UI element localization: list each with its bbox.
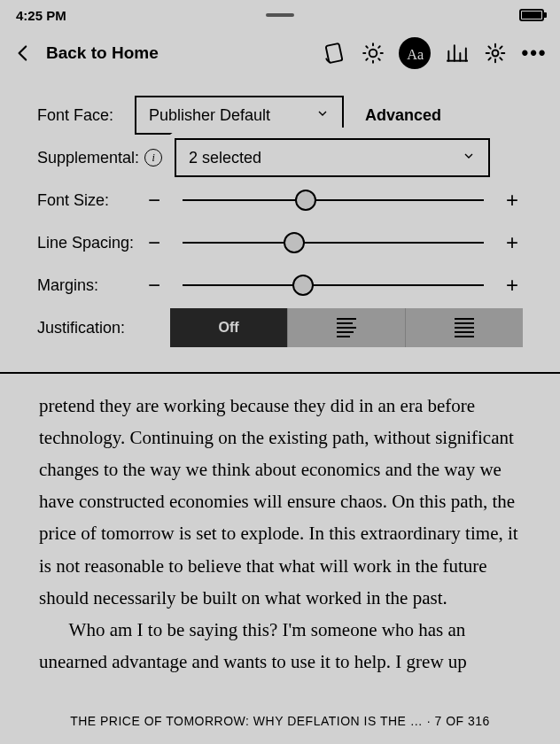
svg-rect-0 [326,43,343,63]
chevron-down-icon [462,149,476,167]
supplemental-value: 2 selected [189,149,261,167]
margins-minus[interactable]: − [144,273,165,298]
justification-segmented: Off [170,308,523,347]
more-icon[interactable]: ••• [521,40,548,66]
font-settings-panel: Font Face: Publisher Default Advanced Su… [0,76,560,374]
margins-plus[interactable]: + [502,273,523,298]
justification-full-button[interactable] [406,308,523,347]
back-arrow-icon[interactable] [12,42,35,65]
info-icon[interactable]: i [144,149,162,167]
align-justify-icon [455,318,474,337]
svg-point-1 [369,50,377,58]
font-face-label: Font Face: [37,106,135,125]
gear-icon[interactable] [482,40,509,66]
paragraph: pretend they are working because they di… [39,390,521,614]
margins-slider[interactable] [183,275,484,296]
justification-left-button[interactable] [287,308,406,347]
justification-label: Justification: [37,319,144,337]
line-spacing-minus[interactable]: − [144,230,165,255]
brightness-icon[interactable] [360,40,386,66]
line-spacing-label: Line Spacing: [37,234,144,252]
justification-off-button[interactable]: Off [170,308,287,347]
line-spacing-plus[interactable]: + [502,230,523,255]
margins-row: Margins: − + [37,264,523,306]
font-size-label: Font Size: [37,191,144,210]
font-size-slider[interactable] [183,190,484,211]
svg-text:Aa: Aa [407,47,424,63]
battery-icon [519,9,544,21]
font-settings-icon[interactable]: Aa [399,37,431,69]
svg-point-3 [493,50,499,57]
line-spacing-row: Line Spacing: − + [37,221,523,264]
page-footer: THE PRICE OF TOMORROW: WHY DEFLATION IS … [0,714,560,728]
paragraph: Who am I to be saying this? I'm someone … [39,614,521,678]
drag-handle[interactable] [266,13,294,17]
back-to-home-label[interactable]: Back to Home [46,43,310,63]
justification-row: Justification: Off [37,306,523,349]
status-bar: 4:25 PM [0,0,560,30]
supplemental-row: Supplemental: i 2 selected [37,136,523,179]
margins-label: Margins: [37,276,144,295]
clock: 4:25 PM [16,8,66,23]
align-left-icon [337,318,356,337]
reader-content[interactable]: pretend they are working because they di… [0,374,560,678]
rotate-icon[interactable] [321,40,347,66]
supplemental-label: Supplemental: [37,149,139,167]
supplemental-dropdown[interactable]: 2 selected [175,138,490,177]
line-spacing-slider[interactable] [183,232,484,253]
advanced-link[interactable]: Advanced [365,106,441,125]
font-size-plus[interactable]: + [502,188,523,213]
font-face-value: Publisher Default [149,106,270,125]
top-toolbar: Back to Home Aa ••• [0,30,560,76]
font-size-minus[interactable]: − [144,188,165,213]
chevron-down-icon [315,106,330,125]
stats-icon[interactable] [443,40,470,66]
